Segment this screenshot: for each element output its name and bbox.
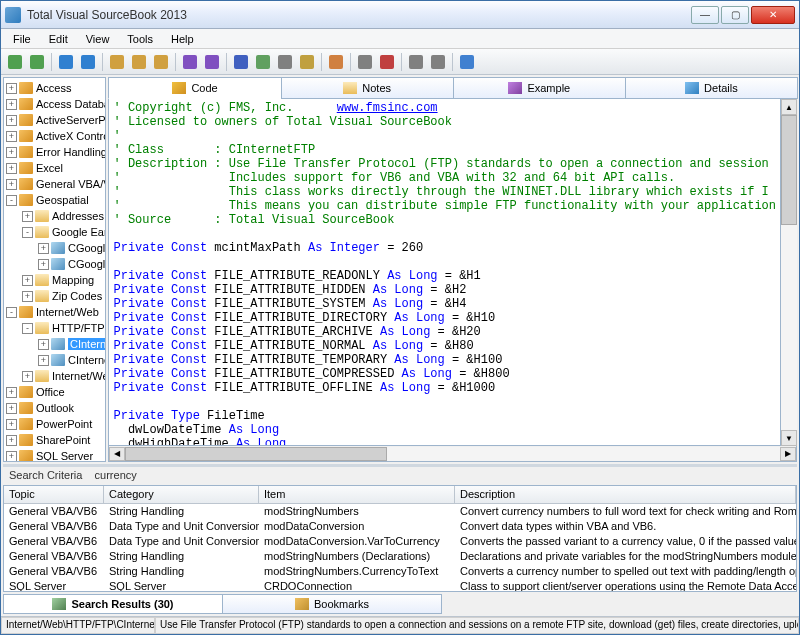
column-header-description[interactable]: Description: [455, 486, 796, 503]
scroll-right-button[interactable]: ▶: [780, 447, 796, 461]
toolbar-help-button[interactable]: [457, 52, 477, 72]
toolbar-copy2-button[interactable]: [129, 52, 149, 72]
table-row[interactable]: SQL ServerSQL ServerCRDOConnectionClass …: [4, 579, 796, 591]
table-row[interactable]: General VBA/VB6String HandlingmodStringN…: [4, 564, 796, 579]
tree-node-zip-codes[interactable]: +Zip Codes: [6, 288, 103, 304]
menu-file[interactable]: File: [5, 31, 39, 47]
scroll-left-button[interactable]: ◀: [109, 447, 125, 461]
tree-node-access-databases[interactable]: +Access Databases: [6, 96, 103, 112]
toolbar-new-button[interactable]: [253, 52, 273, 72]
tree-expand-button[interactable]: +: [6, 163, 17, 174]
tree-expand-button[interactable]: +: [6, 403, 17, 414]
tree-expand-button[interactable]: +: [6, 435, 17, 446]
tree-node-activex-controls[interactable]: +ActiveX Controls: [6, 128, 103, 144]
toolbar-find-button[interactable]: [297, 52, 317, 72]
tree-node-internet-web[interactable]: +Internet/Web: [6, 368, 103, 384]
scroll-track[interactable]: [781, 115, 797, 430]
tree-node-excel[interactable]: +Excel: [6, 160, 103, 176]
tree-node-cinternetftp[interactable]: +CInternetFTP: [6, 336, 103, 352]
horizontal-scrollbar[interactable]: ◀ ▶: [108, 446, 797, 462]
column-header-item[interactable]: Item: [259, 486, 455, 503]
tree-node-mapping[interactable]: +Mapping: [6, 272, 103, 288]
tree-node-google-earth[interactable]: -Google Earth: [6, 224, 103, 240]
tree-expand-button[interactable]: +: [22, 291, 33, 302]
tree-expand-button[interactable]: +: [6, 451, 17, 462]
toolbar-edit-button[interactable]: [355, 52, 375, 72]
tree-node-error-handling[interactable]: +Error Handling: [6, 144, 103, 160]
tree-expand-button[interactable]: -: [22, 227, 33, 238]
tree-expand-button[interactable]: -: [6, 195, 17, 206]
tree-expand-button[interactable]: +: [22, 211, 33, 222]
tree-node-cinternethttp[interactable]: +CInternetHTTP: [6, 352, 103, 368]
menu-help[interactable]: Help: [163, 31, 202, 47]
toolbar-tool1-button[interactable]: [428, 52, 448, 72]
tab-example[interactable]: Example: [453, 77, 626, 99]
tree-node-internet-web[interactable]: -Internet/Web: [6, 304, 103, 320]
tree-node-sharepoint[interactable]: +SharePoint: [6, 432, 103, 448]
toolbar-back-button[interactable]: [5, 52, 25, 72]
tree-expand-button[interactable]: +: [6, 419, 17, 430]
tree-node-office[interactable]: +Office: [6, 384, 103, 400]
tree-node-http-ftp[interactable]: -HTTP/FTP: [6, 320, 103, 336]
tree-expand-button[interactable]: +: [22, 371, 33, 382]
tree-panel[interactable]: +Access+Access Databases+ActiveServerPag…: [3, 77, 106, 462]
table-row[interactable]: General VBA/VB6String HandlingmodStringN…: [4, 549, 796, 564]
tree-expand-button[interactable]: +: [6, 131, 17, 142]
code-link[interactable]: www.fmsinc.com: [337, 101, 438, 115]
tree-node-general-vba-vb6[interactable]: +General VBA/VB6: [6, 176, 103, 192]
toolbar-export1-button[interactable]: [180, 52, 200, 72]
tree-expand-button[interactable]: +: [6, 83, 17, 94]
scroll-down-button[interactable]: ▼: [781, 430, 797, 446]
menu-edit[interactable]: Edit: [41, 31, 76, 47]
toolbar-copy1-button[interactable]: [107, 52, 127, 72]
toolbar-plus-button[interactable]: [56, 52, 76, 72]
scroll-thumb[interactable]: [781, 115, 797, 225]
toolbar-export2-button[interactable]: [202, 52, 222, 72]
tree-expand-button[interactable]: +: [38, 339, 49, 350]
menu-tools[interactable]: Tools: [119, 31, 161, 47]
code-area[interactable]: ' Copyright (c) FMS, Inc. www.fmsinc.com…: [108, 99, 781, 446]
grid-body[interactable]: General VBA/VB6String HandlingmodStringN…: [4, 504, 796, 591]
minimize-button[interactable]: —: [691, 6, 719, 24]
toolbar-delete-button[interactable]: [377, 52, 397, 72]
table-row[interactable]: General VBA/VB6Data Type and Unit Conver…: [4, 519, 796, 534]
table-row[interactable]: General VBA/VB6Data Type and Unit Conver…: [4, 534, 796, 549]
toolbar-bookmark-button[interactable]: [326, 52, 346, 72]
tree-node-cgoogleearthtour[interactable]: +CGoogleEarthTour: [6, 256, 103, 272]
table-row[interactable]: General VBA/VB6String HandlingmodStringN…: [4, 504, 796, 519]
tree-expand-button[interactable]: +: [22, 275, 33, 286]
toolbar-copy3-button[interactable]: [151, 52, 171, 72]
toolbar-print-button[interactable]: [275, 52, 295, 72]
tree-expand-button[interactable]: +: [38, 355, 49, 366]
tree-node-activeserverpages[interactable]: +ActiveServerPages: [6, 112, 103, 128]
menu-view[interactable]: View: [78, 31, 118, 47]
toolbar-minus-button[interactable]: [78, 52, 98, 72]
tree-node-cgoogleearthpoints[interactable]: +CGoogleEarthPoints: [6, 240, 103, 256]
vertical-scrollbar[interactable]: ▲ ▼: [781, 99, 797, 446]
tree-expand-button[interactable]: -: [22, 323, 33, 334]
tab-search-results[interactable]: Search Results (30): [3, 594, 223, 614]
hscroll-thumb[interactable]: [125, 447, 387, 461]
tree-expand-button[interactable]: +: [6, 99, 17, 110]
tree-node-outlook[interactable]: +Outlook: [6, 400, 103, 416]
tab-bookmarks[interactable]: Bookmarks: [222, 594, 442, 614]
toolbar-cut-button[interactable]: [406, 52, 426, 72]
close-button[interactable]: ✕: [751, 6, 795, 24]
tree-expand-button[interactable]: -: [6, 307, 17, 318]
tree-expand-button[interactable]: +: [38, 243, 49, 254]
tab-details[interactable]: Details: [625, 77, 798, 99]
tree-node-powerpoint[interactable]: +PowerPoint: [6, 416, 103, 432]
toolbar-save-button[interactable]: [231, 52, 251, 72]
tree-expand-button[interactable]: +: [6, 179, 17, 190]
tree-expand-button[interactable]: +: [6, 115, 17, 126]
tree-node-geospatial[interactable]: -Geospatial: [6, 192, 103, 208]
tab-notes[interactable]: Notes: [281, 77, 454, 99]
column-header-topic[interactable]: Topic: [4, 486, 104, 503]
tree-node-addresses-and-distances[interactable]: +Addresses and Distances: [6, 208, 103, 224]
hscroll-track[interactable]: [125, 447, 780, 461]
column-header-category[interactable]: Category: [104, 486, 259, 503]
tab-code[interactable]: Code: [108, 77, 281, 99]
toolbar-forward-button[interactable]: [27, 52, 47, 72]
tree-expand-button[interactable]: +: [38, 259, 49, 270]
scroll-up-button[interactable]: ▲: [781, 99, 797, 115]
